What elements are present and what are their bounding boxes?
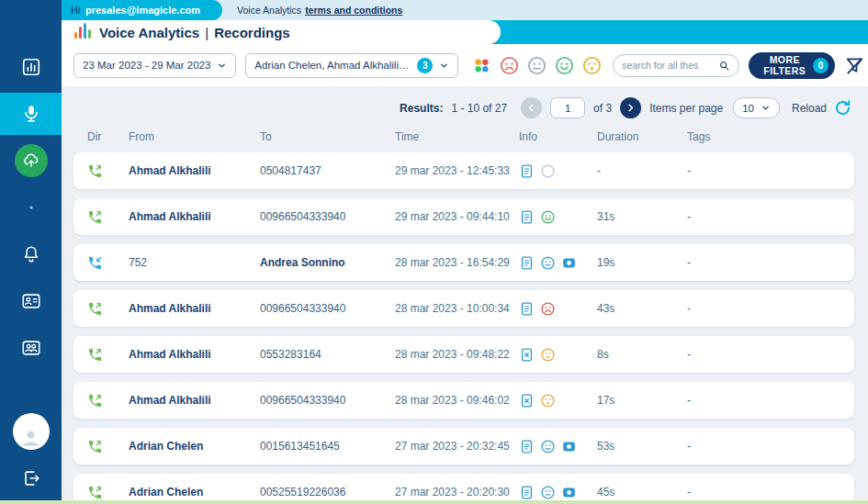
outgoing-call-icon (87, 209, 129, 225)
items-per-page-value: 10 (742, 103, 754, 114)
more-filters-button[interactable]: MORE FILTERS 0 (749, 52, 835, 79)
delete-recording-button[interactable] (819, 435, 841, 457)
cell-duration: - (597, 164, 687, 177)
users-selected-value: Adrian Chelen, Ahmad Alkhalili, Andr... (254, 60, 411, 71)
prev-page-button[interactable] (521, 97, 542, 118)
transcript-failed-icon[interactable] (519, 393, 535, 409)
transcript-icon[interactable] (519, 439, 535, 454)
cell-duration: 19s (597, 256, 687, 269)
reload-label: Reload (792, 102, 827, 115)
sentiment-sad-icon[interactable] (540, 301, 556, 317)
screen-recording-icon[interactable] (561, 439, 577, 454)
screen-recording-icon[interactable] (561, 485, 577, 500)
sentiment-filter-sad[interactable] (499, 54, 521, 76)
next-page-button[interactable] (620, 97, 641, 118)
column-header-time: Time (395, 130, 519, 143)
cell-tags: - (687, 486, 819, 498)
chevron-down-icon (439, 61, 449, 71)
delete-recording-button[interactable] (819, 297, 841, 319)
info-icons (519, 163, 597, 179)
delete-recording-button[interactable] (819, 160, 841, 182)
transcript-icon[interactable] (519, 163, 535, 179)
cell-to: 00966504333940 (260, 302, 395, 315)
sentiment-none-icon[interactable] (540, 163, 556, 179)
info-icons (519, 393, 597, 409)
info-icons (519, 301, 597, 317)
cell-tags: - (687, 302, 819, 315)
logout-icon (21, 468, 41, 488)
sentiment-filter-surprised[interactable] (581, 54, 603, 76)
sidebar-item-contact-card[interactable] (0, 280, 62, 322)
sidebar-item-microphone[interactable] (0, 93, 62, 135)
avatar (13, 413, 50, 450)
table-row[interactable]: Ahmad Alkhalili 0553283164 28 mar 2023 -… (73, 336, 854, 373)
contact-card-icon (21, 291, 41, 311)
sidebar-item-cloud-upload[interactable] (0, 140, 62, 182)
table-row[interactable]: Ahmad Alkhalili 00966504333940 29 mar 20… (73, 198, 854, 235)
transcript-icon[interactable] (519, 209, 535, 225)
sidebar-item-bell[interactable] (0, 233, 62, 275)
sidebar-item-avatar[interactable] (0, 410, 62, 453)
page-input[interactable] (550, 97, 585, 118)
sentiment-filter-happy[interactable] (554, 54, 576, 76)
cell-duration: 53s (597, 440, 687, 453)
date-range-value: 23 Mar 2023 - 29 Mar 2023 (83, 60, 210, 71)
date-range-dropdown[interactable]: 23 Mar 2023 - 29 Mar 2023 (73, 53, 236, 78)
sentiment-surprised-icon[interactable] (540, 347, 556, 363)
incoming-call-icon (87, 255, 129, 271)
search-input[interactable] (622, 60, 715, 71)
delete-recording-button[interactable] (819, 389, 841, 411)
sidebar-item-logout[interactable] (0, 457, 62, 499)
users-dropdown[interactable]: Adrian Chelen, Ahmad Alkhalili, Andr... … (245, 53, 458, 78)
sentiment-happy-icon[interactable] (540, 209, 556, 225)
sidebar-item-dashboard[interactable] (0, 46, 62, 88)
delete-recording-button[interactable] (819, 252, 841, 274)
sidebar-item-dot[interactable] (0, 186, 62, 229)
table-row[interactable]: 752 Andrea Sonnino 28 mar 2023 - 16:54:2… (73, 244, 854, 281)
items-per-page-select[interactable]: 10 (733, 97, 780, 118)
sentiment-neutral-icon[interactable] (540, 255, 556, 271)
transcript-icon[interactable] (519, 255, 535, 271)
column-header-to: To (260, 130, 395, 143)
table-row[interactable]: Adrian Chelen 0015613451645 27 mar 2023 … (73, 428, 854, 465)
dot-icon (26, 202, 37, 213)
header-band: Voice Analytics|Recordings (62, 20, 868, 44)
table-row[interactable]: Ahmad Alkhalili 00966504333940 28 mar 20… (73, 290, 854, 327)
delete-recording-button[interactable] (819, 206, 841, 228)
transcript-icon[interactable] (519, 485, 535, 500)
terms-link[interactable]: terms and conditions (305, 5, 402, 16)
sentiment-filter-neutral[interactable] (526, 54, 548, 76)
sidebar (0, 0, 62, 504)
sentiment-surprised-icon[interactable] (540, 393, 556, 409)
cell-duration: 43s (597, 302, 687, 315)
column-header-info: Info (519, 130, 597, 143)
results-label: Results: (400, 102, 443, 115)
screen-recording-icon[interactable] (561, 255, 577, 271)
sentiment-neutral-icon[interactable] (540, 439, 556, 454)
bottom-edge-strip (0, 500, 868, 504)
sidebar-item-users[interactable] (0, 327, 62, 369)
sentiment-neutral-icon[interactable] (540, 485, 556, 500)
table-body: Ahmad Alkhalili 0504817437 29 mar 2023 -… (73, 152, 854, 504)
table-row[interactable]: Ahmad Alkhalili 0504817437 29 mar 2023 -… (73, 152, 854, 189)
voice-analytics-app: Hi presales@imagicle.com Voice Analytics… (0, 0, 868, 504)
delete-recording-button[interactable] (819, 343, 841, 365)
imagicle-logo-icon (74, 24, 91, 40)
clear-filters-button[interactable] (844, 49, 865, 82)
page-name: Recordings (214, 25, 290, 40)
search-icon (718, 60, 730, 72)
info-icons (519, 347, 597, 363)
table-row[interactable]: Ahmad Alkhalili 00966504333940 28 mar 20… (73, 382, 854, 419)
cell-to: 0504817437 (260, 164, 395, 177)
transcript-icon[interactable] (519, 301, 535, 317)
sentiment-filter-all-sentiments[interactable] (471, 54, 493, 76)
cell-from: Ahmad Alkhalili (129, 394, 260, 407)
top-strip: Hi presales@imagicle.com Voice Analytics… (62, 0, 868, 20)
recordings-content: Results: 1 - 10 of 27 of 3 Items per pag… (62, 86, 868, 504)
reload-button[interactable]: Reload (792, 98, 852, 118)
column-header-dir: Dir (87, 130, 129, 143)
dashboard-icon (21, 57, 41, 77)
cell-to: 00966504333940 (260, 394, 395, 407)
outgoing-call-icon (87, 163, 129, 179)
transcript-failed-icon[interactable] (519, 347, 535, 363)
